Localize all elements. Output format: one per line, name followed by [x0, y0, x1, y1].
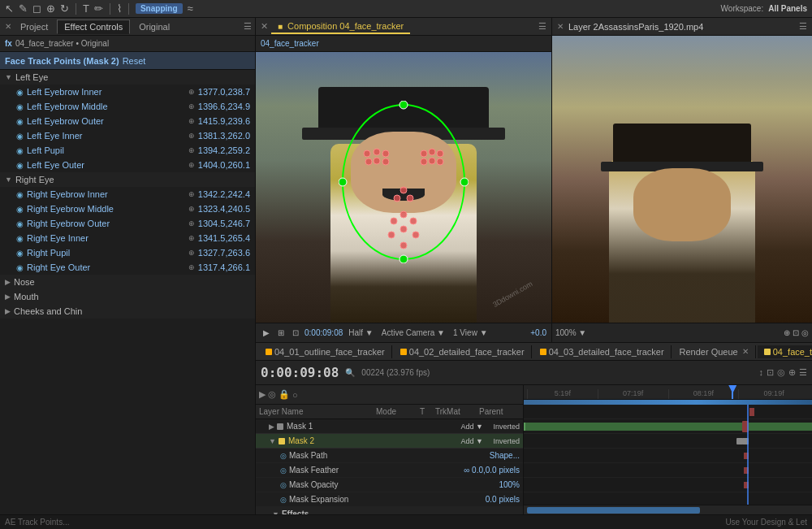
tl-lock-icon[interactable]: 🔒 — [279, 389, 290, 400]
rotation-tool-icon[interactable]: ↻ — [60, 2, 69, 15]
group-left-eye[interactable]: ▼ Left Eye — [0, 70, 255, 85]
svg-point-20 — [400, 211, 407, 218]
table-row[interactable]: ◎ Mask Expansion 0.0 pixels — [256, 492, 523, 507]
comp-panel-menu[interactable]: ☰ — [538, 21, 546, 32]
camera-tool-icon[interactable]: ⊕ — [46, 2, 55, 15]
svg-point-9 — [429, 158, 435, 164]
timeline-ctrl-3[interactable]: ◎ — [777, 367, 785, 378]
group-cheeks[interactable]: ▶ Cheeks and Chin — [0, 304, 255, 319]
hscroll-thumb[interactable] — [527, 507, 700, 514]
list-item[interactable]: ◉ Right Eye Outer ⊕ 1317.4,266.1 — [0, 260, 255, 275]
list-item[interactable]: ◉ Left Pupil ⊕ 1394.2,259.2 — [0, 143, 255, 158]
coord-icon: ⊕ — [188, 219, 195, 228]
table-row[interactable]: ▶ Mask 1 Add ▼ Inverted — [256, 419, 523, 434]
timeline-ctrl-5[interactable]: ☰ — [799, 367, 807, 378]
tab-detailed-tracker-1[interactable]: 04_02_detailed_face_tracker — [394, 345, 532, 358]
timeline-ctrl-2[interactable]: ⊡ — [767, 367, 774, 378]
list-item[interactable]: ◉ Left Eyebrow Middle ⊕ 1396.6,234.9 — [0, 99, 255, 114]
text-tool-icon[interactable]: T — [83, 2, 89, 15]
layer-name-mask2: Mask 2 — [288, 436, 461, 445]
timeline-ctrl-4[interactable]: ⊕ — [788, 367, 796, 378]
shape-tool-icon[interactable]: ◻ — [32, 2, 41, 15]
col-parent-header: Parent — [479, 407, 520, 416]
tl-layer-list[interactable]: ▶ Mask 1 Add ▼ Inverted ▼ Mask 2 Add ▼ — [256, 419, 523, 514]
tab-face-tracker[interactable]: 04_face_tracker ✕ — [758, 345, 812, 358]
list-item[interactable]: ◉ Right Pupil ⊕ 1327.7,263.6 — [0, 245, 255, 260]
comp-preview-btn[interactable]: ⊞ — [275, 327, 287, 338]
snapping-badge[interactable]: Snapping — [136, 3, 183, 14]
comp-resolution-btn[interactable]: ⊡ — [290, 327, 301, 338]
timeline-hscroll[interactable] — [524, 505, 812, 514]
face-track-header: Face Track Points (Mask 2) Reset — [0, 52, 255, 70]
track-row-mask1 — [524, 405, 812, 419]
select-tool-icon[interactable]: ↖ — [5, 2, 14, 15]
track-points-list[interactable]: ▼ Left Eye ◉ Left Eyebrow Inner ⊕ 1377.0… — [0, 70, 255, 514]
tab-original[interactable]: Original — [132, 20, 177, 34]
track-icon: ◉ — [16, 161, 24, 170]
tab-dot-2 — [400, 349, 407, 355]
group-right-eye[interactable]: ▼ Right Eye — [0, 172, 255, 187]
list-item[interactable]: ◉ Left Eye Outer ⊕ 1404.0,260.1 — [0, 158, 255, 172]
workspace-value[interactable]: All Panels — [768, 4, 807, 13]
comp-quality-select[interactable]: Half ▼ — [346, 327, 375, 338]
tab-effect-controls[interactable]: Effect Controls — [57, 20, 130, 34]
comp-view-count-select[interactable]: 1 View ▼ — [451, 327, 490, 338]
svg-point-6 — [429, 149, 435, 155]
list-item[interactable]: ◉ Left Eye Inner ⊕ 1381.3,262.0 — [0, 128, 255, 143]
timeline-ctrl-1[interactable]: ↕ — [759, 367, 764, 378]
svg-point-4 — [460, 178, 469, 186]
panel-close-icon[interactable]: ✕ — [5, 22, 11, 31]
tab-layer[interactable]: Layer 2AssassinsParis_1920.mp4 — [564, 20, 708, 33]
render-queue-close[interactable]: ✕ — [742, 347, 749, 356]
table-row[interactable]: ◎ Mask Feather ∞ 0.0,0.0 pixels — [256, 463, 523, 478]
pen-tool-icon[interactable]: ✎ — [19, 2, 28, 15]
list-item[interactable]: ◉ Right Eyebrow Outer ⊕ 1304.5,246.7 — [0, 216, 255, 231]
tab-detailed-tracker-2[interactable]: 04_03_detailed_face_tracker — [533, 345, 672, 358]
group-toggle-icon: ▶ — [5, 307, 11, 315]
tab-project[interactable]: Project — [13, 20, 55, 34]
tl-shy-icon[interactable]: ○ — [292, 390, 298, 400]
comp-tab-label: Composition 04_face_tracker — [287, 21, 404, 31]
tl-expand-icon[interactable]: ▶ — [259, 389, 266, 400]
mask-path-label: Mask Path — [289, 451, 490, 460]
comp-camera-select[interactable]: Active Camera ▼ — [379, 327, 447, 338]
panel-menu-icon[interactable]: ☰ — [244, 21, 252, 32]
timeline-controls: ↕ ⊡ ◎ ⊕ ☰ — [759, 367, 808, 378]
table-row[interactable]: ◎ Mask Opacity 100% — [256, 478, 523, 492]
graph-tool-icon[interactable]: ⌇ — [117, 2, 122, 15]
brush-tool-icon[interactable]: ✏ — [94, 2, 103, 15]
svg-point-1 — [400, 101, 408, 109]
layer-panel-close[interactable]: ✕ — [557, 22, 564, 31]
tl-solo-icon[interactable]: ◎ — [268, 389, 276, 400]
layer-panel-menu[interactable]: ☰ — [799, 21, 807, 32]
track-coord: 1377.0,238.7 — [198, 87, 250, 97]
table-row[interactable]: ◎ Mask Path Shape... — [256, 449, 523, 463]
table-row[interactable]: ▼ Mask 2 Add ▼ Inverted — [256, 434, 523, 449]
search-icon[interactable]: 🔍 — [345, 368, 355, 377]
list-item[interactable]: ◉ Right Eye Inner ⊕ 1341.5,265.4 — [0, 231, 255, 245]
group-nose[interactable]: ▶ Nose — [0, 275, 255, 289]
layer-expand-icon[interactable]: ▶ — [269, 423, 274, 431]
mask-feather-value: ∞ 0.0,0.0 pixels — [464, 466, 520, 475]
group-mouth[interactable]: ▶ Mouth — [0, 289, 255, 304]
layer-tab-bar: ✕ Layer 2AssassinsParis_1920.mp4 ☰ — [552, 18, 812, 36]
group-label-cheeks: Cheeks and Chin — [14, 306, 82, 316]
tab-render-queue[interactable]: Render Queue ✕ — [673, 345, 756, 358]
comp-play-btn[interactable]: ▶ — [261, 327, 272, 338]
tab-outline-tracker[interactable]: 04_01_outline_face_tracker — [259, 345, 392, 358]
snapping-options-icon[interactable]: ≈ — [188, 2, 193, 15]
table-row[interactable]: ▼ Effects — [256, 507, 523, 514]
layer-inverted-mask1: Inverted — [493, 423, 520, 431]
tab-composition[interactable]: ■ Composition 04_face_tracker — [271, 20, 410, 34]
layer-expand-icon[interactable]: ▼ — [269, 437, 276, 445]
list-item[interactable]: ◉ Right Eyebrow Middle ⊕ 1323.4,240.5 — [0, 202, 255, 216]
face-track-reset-btn[interactable]: Reset — [123, 56, 146, 66]
comp-panel-close[interactable]: ✕ — [261, 21, 268, 32]
list-item[interactable]: ◉ Left Eyebrow Inner ⊕ 1377.0,238.7 — [0, 85, 255, 99]
list-item[interactable]: ◉ Left Eyebrow Outer ⊕ 1415.9,239.6 — [0, 114, 255, 128]
layer-image — [552, 36, 812, 323]
svg-point-8 — [421, 158, 427, 165]
keyframe-area[interactable] — [524, 405, 812, 505]
track-icon: ◉ — [16, 249, 24, 258]
list-item[interactable]: ◉ Right Eyebrow Inner ⊕ 1342.2,242.4 — [0, 187, 255, 202]
